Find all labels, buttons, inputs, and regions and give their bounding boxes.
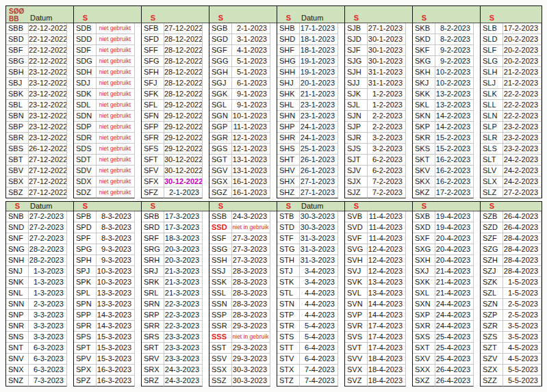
code-cell[interactable]: SRD	[142, 222, 164, 233]
code-cell[interactable]: SPD	[74, 222, 97, 233]
code-cell[interactable]: SZS	[481, 332, 503, 343]
date-cell[interactable]: 18-4-2023	[368, 354, 406, 365]
code-cell[interactable]: SXF	[413, 233, 435, 244]
date-cell[interactable]: 23-1-2023	[300, 111, 338, 122]
code-cell[interactable]: SZP	[481, 310, 503, 321]
date-cell[interactable]: 14-3-2023	[97, 310, 135, 321]
date-cell[interactable]: 13-2-2023	[435, 89, 474, 100]
date-cell[interactable]: 26-1-2023	[300, 155, 338, 166]
date-cell[interactable]: 24-2-2023	[503, 177, 542, 187]
code-cell[interactable]: STH	[277, 255, 300, 266]
code-cell[interactable]: SXR	[413, 321, 435, 332]
code-cell[interactable]: SDP	[74, 122, 97, 133]
code-cell[interactable]: SPZ	[74, 376, 97, 387]
date-cell[interactable]: 29-3-2023	[232, 343, 270, 354]
date-cell[interactable]: 11-4-2023	[368, 222, 406, 233]
code-cell[interactable]: SFK	[142, 89, 164, 100]
date-cell[interactable]: 28-4-2023	[503, 244, 542, 255]
date-cell[interactable]: 15-3-2023	[97, 354, 135, 365]
date-cell[interactable]: 24-4-2023	[435, 310, 474, 321]
group-header[interactable]: S	[74, 201, 141, 211]
code-cell[interactable]: SSK	[209, 277, 232, 288]
code-cell[interactable]: SHB	[277, 23, 300, 34]
date-cell[interactable]: 24-1-2023	[300, 122, 338, 133]
date-cell[interactable]: 10-3-2023	[97, 277, 135, 288]
date-cell[interactable]: 27-1-2023	[300, 187, 338, 198]
code-cell[interactable]: SGZ	[209, 187, 232, 198]
code-cell[interactable]: SSL	[209, 288, 232, 299]
date-cell[interactable]: 21-3-2023	[164, 266, 203, 277]
date-cell[interactable]: 29-3-2023	[232, 321, 270, 332]
code-cell[interactable]: SKN	[413, 111, 435, 122]
date-cell[interactable]: 12-4-2023	[368, 244, 406, 255]
code-cell[interactable]: SZK	[481, 277, 503, 288]
code-cell[interactable]: SJP	[345, 122, 368, 133]
header-code-cell[interactable]: S	[413, 202, 435, 211]
date-cell[interactable]: niet gebruikt	[97, 78, 135, 89]
date-cell[interactable]: 28-3-2023	[232, 277, 270, 288]
date-cell[interactable]: 12-4-2023	[368, 266, 406, 277]
code-cell[interactable]: STK	[277, 277, 300, 288]
group-header[interactable]: SØØBBDatum	[6, 5, 73, 23]
code-cell[interactable]: STD	[277, 222, 300, 233]
code-cell[interactable]: SDX	[74, 177, 97, 187]
code-cell[interactable]: SVP	[345, 310, 368, 321]
date-cell[interactable]: 28-4-2023	[503, 233, 542, 244]
date-cell[interactable]: 18-4-2023	[368, 376, 406, 387]
date-cell[interactable]: 22-2-2023	[503, 89, 542, 100]
code-cell[interactable]: SLG	[481, 56, 503, 67]
date-cell[interactable]: 30-12-2022	[164, 166, 203, 177]
code-cell[interactable]: SVS	[345, 332, 368, 343]
date-cell[interactable]: 15-3-2023	[97, 332, 135, 343]
date-cell[interactable]: 1-3-2023	[29, 266, 67, 277]
code-cell[interactable]: SLX	[481, 177, 503, 187]
code-cell[interactable]: SFG	[142, 56, 164, 67]
date-cell[interactable]: 28-12-2022	[164, 78, 203, 89]
date-cell[interactable]: 23-12-2022	[29, 100, 67, 111]
code-cell[interactable]: SXP	[413, 310, 435, 321]
code-cell[interactable]: SXV	[413, 354, 435, 365]
date-cell[interactable]: niet gebruikt	[97, 56, 135, 67]
date-cell[interactable]: 9-1-2023	[232, 100, 270, 111]
code-cell[interactable]: SVR	[345, 321, 368, 332]
date-cell[interactable]: 4-4-2023	[300, 310, 338, 321]
code-cell[interactable]: SNX	[6, 365, 29, 376]
date-cell[interactable]: 1-3-2023	[29, 277, 67, 288]
group-header[interactable]: S	[209, 201, 277, 211]
code-cell[interactable]: SVT	[345, 343, 368, 354]
date-cell[interactable]: 13-3-2023	[97, 288, 135, 299]
code-cell[interactable]: SNF	[6, 233, 29, 244]
date-cell[interactable]: 17-2-2023	[435, 187, 474, 198]
code-cell[interactable]: SBP	[6, 122, 29, 133]
code-cell[interactable]: SJV	[345, 166, 368, 177]
date-cell[interactable]: 6-3-2023	[29, 343, 67, 354]
date-cell[interactable]: 26-4-2023	[435, 365, 474, 376]
code-cell[interactable]: SHL	[277, 100, 300, 111]
code-cell[interactable]: SLS	[481, 144, 503, 155]
code-cell[interactable]: SJN	[345, 111, 368, 122]
date-cell[interactable]: 27-1-2023	[368, 23, 406, 34]
code-cell[interactable]: SJJ	[345, 78, 368, 89]
code-cell[interactable]: STP	[277, 310, 300, 321]
date-cell[interactable]: 27-3-2023	[232, 233, 270, 244]
code-cell[interactable]: SPG	[74, 244, 97, 255]
code-cell[interactable]: SHD	[277, 34, 300, 45]
date-cell[interactable]: 26-4-2023	[435, 376, 474, 387]
date-cell[interactable]: 26-4-2023	[503, 222, 542, 233]
code-cell[interactable]: SGF	[209, 45, 232, 56]
date-cell[interactable]: 5-1-2023	[232, 56, 270, 67]
code-cell[interactable]: SRJ	[142, 266, 164, 277]
group-header[interactable]: SDatum	[277, 201, 344, 211]
date-cell[interactable]: 17-4-2023	[368, 321, 406, 332]
code-cell[interactable]: SDG	[74, 56, 97, 67]
code-cell[interactable]: SJR	[345, 133, 368, 144]
date-cell[interactable]: 22-3-2023	[164, 310, 203, 321]
header-code-cell[interactable]: S	[6, 202, 29, 211]
code-cell[interactable]: SXJ	[413, 266, 435, 277]
group-header[interactable]: S	[413, 201, 480, 211]
header-code-cell[interactable]: S	[74, 14, 97, 23]
code-cell[interactable]: SDF	[74, 45, 97, 56]
code-cell[interactable]: SBJ	[6, 78, 29, 89]
date-cell[interactable]: 8-3-2023	[97, 211, 135, 222]
date-cell[interactable]: 29-12-2022	[164, 111, 203, 122]
